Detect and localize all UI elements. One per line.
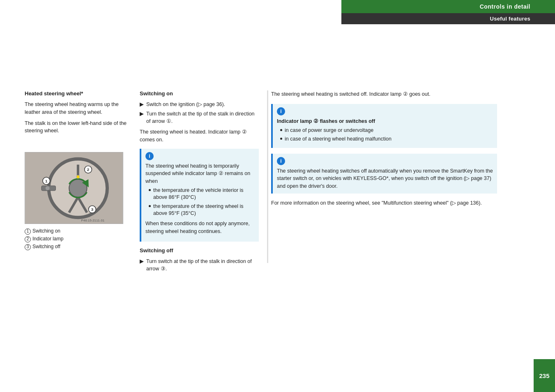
controls-in-detail-label: Controls in detail — [480, 3, 530, 10]
caption-label-1: Switching on — [32, 227, 60, 235]
image-area: 1 2 3 P46:15-2111-31 1 Switching on 2 In… — [25, 152, 123, 226]
caption-item-1: 1 Switching on — [25, 227, 123, 235]
section-title: Heated steering wheel* — [25, 90, 131, 97]
info-icon-3: i — [277, 157, 285, 165]
svg-text:2: 2 — [87, 167, 90, 172]
switch-ignition-item: ▶ Switch on the ignition (▷ page 36). — [140, 101, 259, 108]
middle-column: Switching on ▶ Switch on the ignition (▷… — [140, 90, 259, 274]
info-box-1: i The steering wheel heating is temporar… — [140, 149, 259, 242]
info2-bullet-1-text: in case of power surge or undervoltage — [285, 127, 373, 134]
turn-switch-item: ▶ Turn the switch at the tip of the stal… — [140, 110, 259, 125]
right-column: The steering wheel heating is switched o… — [271, 90, 526, 210]
svg-text:P46:15-2111-31: P46:15-2111-31 — [81, 219, 105, 222]
svg-text:3: 3 — [91, 207, 94, 212]
info-icon-2: i — [277, 107, 285, 115]
vertical-divider — [267, 90, 268, 263]
svg-point-8 — [46, 186, 50, 190]
info2-title: Indicator lamp ② flashes or switches off — [277, 118, 493, 125]
info1-after: When these conditions do not apply anymo… — [145, 220, 255, 235]
bullet-dot-2 — [149, 205, 151, 207]
left-column: Heated steering wheel* The steering whee… — [25, 90, 131, 138]
footer-text: For more information on the steering whe… — [271, 199, 497, 207]
info3-para: The steering wheel heating switches off … — [277, 167, 493, 190]
info1-bullet-2-text: the temperature of the steering wheel is… — [153, 203, 255, 217]
page-number: 235 — [539, 372, 549, 379]
caption-item-2: 2 Indicator lamp — [25, 235, 123, 243]
info-box-2: i Indicator lamp ② flashes or switches o… — [271, 104, 497, 148]
info-box-3: i The steering wheel heating switches of… — [271, 154, 497, 194]
steering-wheel-image: 1 2 3 P46:15-2111-31 — [25, 152, 123, 224]
svg-point-3 — [69, 179, 87, 197]
svg-point-13 — [76, 175, 80, 178]
info1-para: The steering wheel heating is temporaril… — [145, 162, 255, 185]
page-number-box: 235 — [534, 359, 555, 392]
switching-off-item: ▶ Turn switch at the tip of the stalk in… — [140, 258, 259, 272]
circled-2: 2 — [25, 236, 31, 242]
left-para2: The stalk is on the lower left-hand side… — [25, 120, 131, 135]
switching-on-title: Switching on — [140, 90, 259, 97]
arrow-sym-1: ▶ — [140, 101, 144, 108]
switching-off-title: Switching off — [140, 247, 259, 254]
controls-in-detail-bar: Controls in detail — [341, 0, 555, 13]
useful-features-bar: Useful features — [341, 13, 555, 24]
bullet-dot-1 — [149, 189, 151, 191]
switching-off-text: Turn switch at the tip of the stalk in d… — [146, 258, 259, 272]
arrow-sym-3: ▶ — [140, 258, 144, 265]
svg-text:1: 1 — [45, 179, 48, 183]
circled-3: 3 — [25, 244, 31, 250]
caption-label-2: Indicator lamp — [32, 235, 63, 243]
left-para1: The steering wheel heating warms up the … — [25, 101, 131, 116]
bullet-dot-3 — [280, 129, 282, 131]
info1-bullet-1: the temperature of the vehicle interior … — [149, 187, 255, 201]
caption-label-3: Switching off — [32, 243, 60, 251]
info1-bullet-2: the temperature of the steering wheel is… — [149, 203, 255, 217]
info2-bullet-2: in case of a steering wheel heating malf… — [280, 136, 493, 143]
info-icon-1: i — [145, 152, 154, 160]
bullet-dot-4 — [280, 138, 282, 140]
useful-features-label: Useful features — [490, 16, 530, 22]
heated-text: The steering wheel is heated. Indicator … — [140, 128, 259, 144]
info2-bullet-2-text: in case of a steering wheel heating malf… — [285, 136, 391, 143]
circled-1: 1 — [25, 228, 31, 235]
caption-item-3: 3 Switching off — [25, 243, 123, 251]
switch-ignition-text: Switch on the ignition (▷ page 36). — [146, 101, 225, 108]
arrow-sym-2: ▶ — [140, 110, 144, 118]
header-area: Controls in detail Useful features — [341, 0, 555, 24]
info1-bullet-1-text: the temperature of the vehicle interior … — [153, 187, 255, 201]
info2-bullet-1: in case of power surge or undervoltage — [280, 127, 493, 134]
turn-switch-text: Turn the switch at the tip of the stalk … — [146, 110, 259, 125]
switched-off-text: The steering wheel heating is switched o… — [271, 90, 497, 98]
image-caption: 1 Switching on 2 Indicator lamp 3 Switch… — [25, 227, 123, 251]
